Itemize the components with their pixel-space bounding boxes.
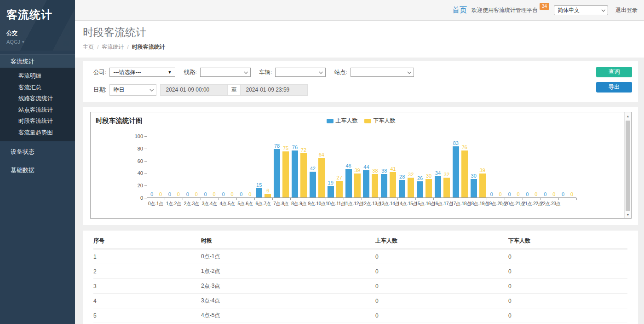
scroll-up-icon[interactable]: ▲ bbox=[625, 113, 631, 119]
table-row-4[interactable]: 54点-5点00 bbox=[93, 308, 627, 323]
table-row-3[interactable]: 43点-4点00 bbox=[93, 294, 627, 308]
breadcrumb: 主页/客流统计/时段客流统计 bbox=[83, 43, 644, 51]
chevron-down-icon bbox=[601, 8, 605, 12]
scrollbar-thumb[interactable] bbox=[626, 121, 630, 211]
x-axis-label: 5点-6点 bbox=[236, 201, 254, 207]
export-button[interactable]: 导出 bbox=[596, 82, 632, 93]
sidebar-subitem-5[interactable]: 客流量趋势图 bbox=[0, 127, 75, 139]
bar-column: 78 bbox=[273, 143, 281, 197]
station-select[interactable] bbox=[351, 68, 414, 77]
sidebar-subitem-0[interactable]: 客流明细 bbox=[0, 70, 75, 82]
bar-group-12: 4438 bbox=[362, 136, 380, 197]
bar-column: 0 bbox=[156, 191, 164, 197]
query-button[interactable]: 查询 bbox=[596, 67, 632, 77]
sidebar-section-passenger-stats[interactable]: 客流统计 bbox=[0, 54, 75, 68]
sidebar-section-base-data[interactable]: 基础数据 bbox=[0, 162, 75, 178]
bar-column: 0 bbox=[559, 191, 567, 197]
sidebar-subitem-3[interactable]: 站点客流统计 bbox=[0, 104, 75, 116]
legend-swatch-icon bbox=[327, 119, 334, 123]
date-preset-select[interactable]: 昨日 bbox=[109, 84, 156, 96]
line-select[interactable] bbox=[200, 68, 251, 77]
notification-badge[interactable]: 34 bbox=[540, 3, 549, 10]
company-select[interactable]: ---请选择--- ▼ bbox=[109, 68, 175, 77]
breadcrumb-item-1[interactable]: 客流统计 bbox=[102, 43, 124, 51]
bar-group-3: 00 bbox=[201, 136, 219, 197]
bar-column: 39 bbox=[353, 168, 361, 197]
sidebar-subitem-4[interactable]: 时段客流统计 bbox=[0, 116, 75, 127]
bar bbox=[443, 178, 450, 197]
bar-column: 38 bbox=[380, 168, 388, 197]
table-cell: 0 bbox=[375, 264, 508, 279]
bar-column: 0 bbox=[148, 191, 155, 197]
language-select[interactable]: 简体中文 bbox=[554, 6, 608, 15]
bar-value-label: 0 bbox=[517, 191, 519, 197]
bar-column: 0 bbox=[201, 191, 209, 197]
table-header-row: 序号时段上车人数下车人数 bbox=[93, 233, 627, 249]
table-cell: 0 bbox=[508, 294, 627, 308]
bar-value-label: 0 bbox=[177, 191, 180, 197]
bar-value-label: 30 bbox=[471, 173, 477, 179]
vehicle-select[interactable] bbox=[275, 68, 326, 77]
bar-value-label: 0 bbox=[508, 191, 511, 197]
date-from-input[interactable]: 2024-01-09 00:00 bbox=[160, 84, 228, 96]
legend-item-1[interactable]: 下车人数 bbox=[364, 117, 396, 125]
vehicle-label: 车辆: bbox=[259, 69, 272, 76]
legend-label: 上车人数 bbox=[336, 117, 358, 125]
bar-value-label: 0 bbox=[499, 191, 502, 197]
sidebar-subitem-1[interactable]: 客流汇总 bbox=[0, 82, 75, 93]
bar-value-label: 19 bbox=[328, 180, 334, 185]
sidebar-menu: 客流统计 客流明细客流汇总线路客流统计站点客流统计时段客流统计客流量趋势图 设备… bbox=[0, 54, 75, 178]
chart-scrollbar[interactable]: ▲ ▼ bbox=[624, 112, 631, 218]
chart-container: 时段车流统计图 上车人数下车人数 00000000000015678757672… bbox=[90, 112, 632, 219]
bar-group-21: 00 bbox=[523, 136, 540, 197]
x-axis-label: 9点-10点 bbox=[308, 201, 326, 207]
bar bbox=[453, 146, 459, 197]
sidebar-submenu: 客流明细客流汇总线路客流统计站点客流统计时段客流统计客流量趋势图 bbox=[0, 68, 75, 141]
bar-column: 0 bbox=[532, 191, 540, 197]
table-row-1[interactable]: 21点-2点00 bbox=[93, 264, 627, 279]
bar-value-label: 0 bbox=[248, 191, 251, 197]
sidebar-logo-area: 客流统计 公交 AQGJ ▾ bbox=[0, 0, 75, 51]
bar-value-label: 6 bbox=[266, 188, 269, 193]
table-cell: 0 bbox=[508, 264, 627, 279]
bar-value-label: 0 bbox=[159, 191, 162, 197]
scroll-down-icon[interactable]: ▼ bbox=[625, 211, 631, 218]
x-axis-label: 18点-19点 bbox=[469, 201, 487, 207]
table-row-2[interactable]: 32点-3点00 bbox=[93, 279, 627, 294]
bar-column: 0 bbox=[184, 191, 191, 197]
bar bbox=[310, 172, 316, 197]
date-preset-value: 昨日 bbox=[113, 86, 124, 94]
bar-value-label: 39 bbox=[480, 168, 485, 173]
sidebar-section-device-status[interactable]: 设备状态 bbox=[0, 144, 75, 160]
bar bbox=[408, 178, 414, 197]
legend-item-0[interactable]: 上车人数 bbox=[327, 117, 358, 125]
sidebar-subitem-2[interactable]: 线路客流统计 bbox=[0, 93, 75, 104]
logout-link[interactable]: 退出登录 bbox=[615, 6, 638, 14]
breadcrumb-item-0[interactable]: 主页 bbox=[83, 43, 94, 51]
data-table-panel: 序号时段上车人数下车人数 10点-1点0021点-2点0032点-3点0043点… bbox=[83, 231, 638, 324]
date-range-separator: 至 bbox=[228, 84, 240, 96]
y-axis-label: 40 bbox=[126, 170, 143, 176]
table-row-0[interactable]: 10点-1点00 bbox=[93, 249, 627, 264]
bar-value-label: 76 bbox=[292, 145, 298, 150]
bar bbox=[399, 180, 405, 197]
chart-title: 时段车流统计图 bbox=[96, 116, 143, 125]
bar-group-5: 00 bbox=[236, 136, 254, 197]
table-cell: 0 bbox=[508, 249, 627, 264]
main-content: 公司: ---请选择--- ▼ 线路: 车辆: 站点: 日期: bbox=[75, 58, 644, 324]
bar-group-20: 00 bbox=[505, 136, 523, 197]
bar-value-label: 39 bbox=[354, 168, 360, 173]
date-to-input[interactable]: 2024-01-09 23:59 bbox=[240, 84, 308, 96]
user-menu[interactable]: AQGJ ▾ bbox=[6, 39, 69, 45]
bar-group-9: 4264 bbox=[308, 136, 326, 197]
x-axis-label: 3点-4点 bbox=[201, 201, 218, 207]
bar-value-label: 15 bbox=[256, 182, 262, 188]
y-axis-label: 0 bbox=[126, 195, 143, 201]
bar-group-11: 4639 bbox=[344, 136, 362, 197]
page-title: 时段客流统计 bbox=[83, 25, 644, 40]
chart-panel: 时段车流统计图 上车人数下车人数 00000000000015678757672… bbox=[83, 107, 638, 225]
bar-value-label: 64 bbox=[319, 152, 324, 157]
y-axis-label: 100 bbox=[126, 133, 143, 139]
home-link[interactable]: 首页 bbox=[452, 6, 467, 15]
bar-value-label: 0 bbox=[552, 191, 555, 197]
